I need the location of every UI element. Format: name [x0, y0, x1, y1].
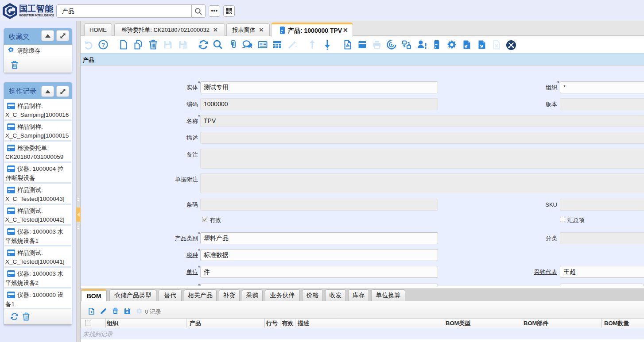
svg-text:?: ? — [101, 42, 105, 48]
